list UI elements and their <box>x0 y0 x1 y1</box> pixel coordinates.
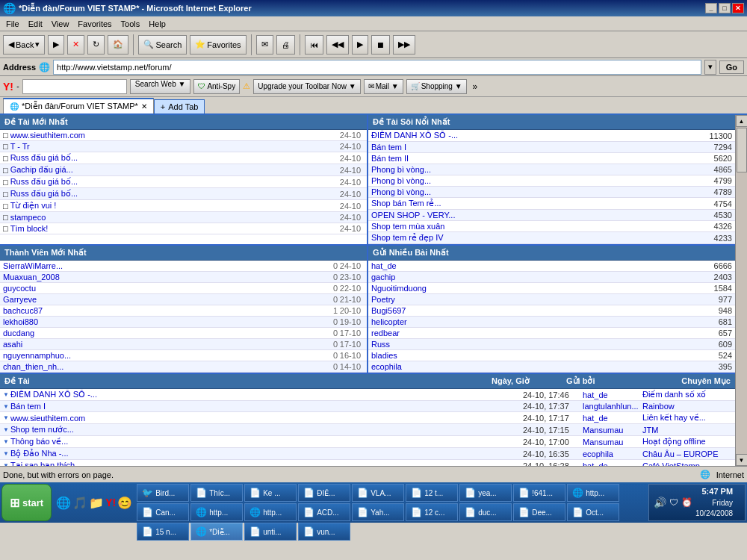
taskbar-item[interactable]: 🌐*Diễ... <box>190 523 243 541</box>
poster-name[interactable]: Nguoitimduong <box>371 284 702 293</box>
media-btn4[interactable]: ⏹ <box>371 35 390 55</box>
hot-topic-title[interactable]: Shop bán Tem rẻ... <box>371 199 698 208</box>
go-button[interactable]: Go <box>719 60 744 74</box>
post-category[interactable]: JTM <box>642 426 732 435</box>
hot-topic-title[interactable]: Phong bì vòng... <box>371 176 698 185</box>
post-title[interactable]: Shop tem nước... <box>10 425 523 435</box>
minimize-button[interactable]: _ <box>705 3 717 13</box>
address-dropdown[interactable]: ▾ <box>704 60 716 75</box>
member-name[interactable]: ducdang <box>3 329 323 337</box>
new-topic-title[interactable]: stampeco <box>10 213 338 222</box>
upgrade-toolbar-button[interactable]: Upgrade your Toolbar Now ▼ <box>253 79 360 94</box>
new-topic-title[interactable]: Từ điện vui ! <box>10 201 338 211</box>
taskbar-item[interactable]: 📄Ke ... <box>244 484 297 502</box>
new-topic-title[interactable]: T - Tr <box>10 142 338 151</box>
member-name[interactable]: SierraWiMarre... <box>3 261 323 270</box>
add-tab-button[interactable]: + Add Tab <box>154 99 205 113</box>
media-quicklaunch-icon[interactable]: 🎵 <box>72 496 87 510</box>
taskbar-item[interactable]: 📄Yah... <box>352 503 404 521</box>
tray-icon2[interactable]: 🛡 <box>669 497 678 508</box>
favorites-button[interactable]: ⭐ Favorites <box>190 35 246 55</box>
poster-name[interactable]: helicopter <box>371 317 702 326</box>
back-button[interactable]: ◀ Back ▾ <box>3 35 45 55</box>
new-topic-title[interactable]: Gachip đấu giá... <box>10 165 338 175</box>
scroll-up-button[interactable]: ▲ <box>736 115 748 127</box>
media-btn2[interactable]: ◀◀ <box>326 35 349 55</box>
search-button[interactable]: 🔍 Search <box>138 35 187 55</box>
yahoo-quicklaunch-icon[interactable]: Y! <box>105 497 116 508</box>
hot-topic-title[interactable]: Bán tem II <box>371 154 698 163</box>
hot-topic-title[interactable]: ĐIỂM DANH XỔ SỐ -... <box>371 131 698 140</box>
post-author[interactable]: Mansumau <box>583 438 642 447</box>
member-name[interactable]: lekhoi880 <box>3 317 323 326</box>
stop-button[interactable]: ✕ <box>67 35 84 55</box>
poster-name[interactable]: hat_de <box>371 261 702 270</box>
member-name[interactable]: Garryeve <box>3 295 323 304</box>
taskbar-item[interactable]: 📄Thíc... <box>190 484 243 502</box>
tray-icon3[interactable]: ⏰ <box>681 497 692 508</box>
menu-view[interactable]: View <box>47 18 74 30</box>
post-title[interactable]: Thông báo về... <box>10 437 523 447</box>
member-name[interactable]: bachcuc87 <box>3 306 323 315</box>
taskbar-item[interactable]: 🌐http... <box>567 484 619 502</box>
member-name[interactable]: nguyennamphuo... <box>3 351 323 360</box>
menu-tools[interactable]: Tools <box>117 18 145 30</box>
taskbar-item[interactable]: 🌐http... <box>190 503 243 521</box>
scroll-down-button[interactable]: ▼ <box>736 454 748 466</box>
folder-quicklaunch-icon[interactable]: 📁 <box>89 496 104 510</box>
taskbar-item[interactable]: 📄vun... <box>298 523 350 541</box>
taskbar-item[interactable]: 📄ACD... <box>298 503 350 521</box>
taskbar-item[interactable]: 📄12 c... <box>406 503 458 521</box>
active-tab[interactable]: 🌐 *Diễn đàn/Forum VIET STAMP* ✕ <box>3 98 154 113</box>
post-title[interactable]: Bán tem I <box>10 402 523 411</box>
menu-edit[interactable]: Edit <box>24 18 47 30</box>
hot-topic-title[interactable]: Shop tem mùa xuân <box>371 222 698 231</box>
home-button[interactable]: 🏠 <box>108 35 128 55</box>
post-title[interactable]: www.sieuthitem.com <box>10 414 523 423</box>
yahoo-search-input[interactable] <box>22 79 127 94</box>
post-author[interactable]: ecophila <box>583 449 642 458</box>
new-topic-title[interactable]: Russ đấu giá bổ... <box>10 189 338 199</box>
yahoo-shopping-button[interactable]: 🛒 Shopping ▼ <box>406 79 467 94</box>
media-btn3[interactable]: ▶ <box>352 35 368 55</box>
main-scrollbar[interactable]: ▲ ▼ <box>735 115 747 466</box>
address-url[interactable]: http://www.vietstamp.net/forum/ <box>57 63 171 72</box>
post-category[interactable]: Điểm danh số xổ <box>642 390 732 399</box>
start-button[interactable]: ⊞ start <box>1 484 52 521</box>
post-category[interactable]: Hoạt động offline <box>642 437 732 447</box>
forward-button[interactable]: ▶ <box>48 35 64 55</box>
close-button[interactable]: ✕ <box>732 3 744 13</box>
address-input[interactable]: http://www.vietstamp.net/forum/ <box>53 60 701 75</box>
hot-topic-title[interactable]: Phong bì vòng... <box>371 187 698 196</box>
post-category[interactable]: Rainbow <box>642 402 732 411</box>
new-topic-title[interactable]: www.sieuthitem.com <box>10 131 338 140</box>
taskbar-item[interactable]: 📄!641... <box>513 484 565 502</box>
print-button[interactable]: 🖨 <box>276 35 295 55</box>
media-btn1[interactable]: ⏮ <box>305 35 323 55</box>
hot-topic-title[interactable]: Phong bì vòng... <box>371 165 698 174</box>
member-name[interactable]: chan_thien_nh... <box>3 362 323 371</box>
smiley-quicklaunch-icon[interactable]: 😊 <box>117 496 132 510</box>
scroll-thumb[interactable] <box>737 128 747 172</box>
member-name[interactable]: Muaxuan_2008 <box>3 273 323 281</box>
taskbar-item[interactable]: 📄yea... <box>459 484 512 502</box>
member-name[interactable]: asahi <box>3 340 323 349</box>
hot-topic-title[interactable]: Shop tem rẻ đẹp IV <box>371 233 698 243</box>
taskbar-item[interactable]: 📄Dee... <box>513 503 565 521</box>
post-title[interactable]: Bộ Đảo Nha -... <box>10 449 523 458</box>
menu-favorites[interactable]: Favorites <box>73 18 116 30</box>
tray-icon1[interactable]: 🔊 <box>654 497 666 508</box>
post-author[interactable]: hat_de <box>583 461 642 467</box>
taskbar-item[interactable]: 📄ĐIẾ... <box>298 484 350 502</box>
poster-name[interactable]: ecophila <box>371 362 702 371</box>
poster-name[interactable]: gachip <box>371 273 702 281</box>
yahoo-antispybutton[interactable]: 🛡 Anti-Spy <box>193 79 240 94</box>
taskbar-item[interactable]: 📄VLA... <box>352 484 404 502</box>
taskbar-item[interactable]: 📄unti... <box>244 523 297 541</box>
toolbar-more-button[interactable]: » <box>470 81 481 92</box>
post-category[interactable]: Liên kết hay về... <box>642 413 732 423</box>
post-author[interactable]: hat_de <box>583 391 642 399</box>
poster-name[interactable]: Poetry <box>371 295 702 304</box>
new-topic-title[interactable]: Russ đấu giá bổ... <box>10 153 338 163</box>
tab-close-button[interactable]: ✕ <box>141 102 147 111</box>
